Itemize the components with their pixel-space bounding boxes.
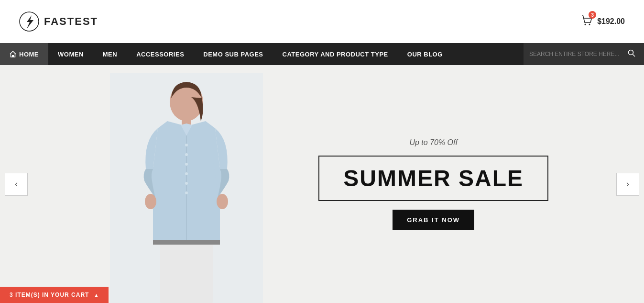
home-icon [10,51,16,57]
nav-item-accessories[interactable]: ACCESSORIES [127,43,194,65]
cart-icon-wrapper: 3 [580,14,593,29]
site-header: FASTEST 3 $192.00 [0,0,644,43]
cart-price: $192.00 [597,17,625,26]
cart-badge: 3 [589,11,596,19]
nav-item-our-blog[interactable]: OUR BLOG [398,43,452,65]
svg-point-18 [217,194,228,209]
nav-label-men: MEN [103,51,117,58]
svg-point-12 [185,153,188,156]
nav-item-men[interactable]: MEN [93,43,127,65]
search-button[interactable] [625,49,638,59]
header-right: 3 $192.00 [580,14,625,29]
logo-area[interactable]: FASTEST [19,11,98,32]
svg-rect-19 [160,241,213,303]
search-input[interactable] [529,51,625,57]
model-illustration [110,73,263,303]
svg-point-2 [589,24,590,25]
nav-item-women[interactable]: WOMEN [48,43,93,65]
nav-label-accessories: ACCESSORIES [136,51,184,58]
arrow-right-icon: › [626,179,629,189]
nav-item-demo-sub-pages[interactable]: DEMO SUB PAGES [194,43,273,65]
hero-title: SUMMER SALE [343,165,524,191]
cart-area[interactable]: 3 $192.00 [580,14,625,29]
hero-section: ‹ [0,65,644,303]
hero-subtitle: Up to 70% Off [409,138,458,147]
nav-item-home[interactable]: HOME [0,43,48,65]
hero-model-area [96,68,277,303]
svg-point-4 [629,50,633,55]
nav-label-women: WOMEN [58,51,84,58]
svg-point-11 [185,144,188,146]
svg-rect-3 [12,55,14,57]
logo-icon [19,11,39,32]
hero-cta-button[interactable]: GRAB IT NOW [393,210,474,230]
nav-item-category-product-type[interactable]: CATEGORY AND PRODUCT TYPE [273,43,398,65]
main-nav: HOME WOMEN MEN ACCESSORIES DEMO SUB PAGE… [0,43,644,65]
nav-label-home: HOME [19,51,39,58]
svg-point-1 [585,24,586,25]
hero-content: Up to 70% Off SUMMER SALE GRAB IT NOW [318,138,548,230]
arrow-left-icon: ‹ [15,179,18,189]
svg-point-15 [185,182,188,185]
slider-arrow-left[interactable]: ‹ [5,173,28,196]
svg-point-13 [185,163,188,166]
svg-line-5 [633,55,635,57]
search-icon [628,49,635,57]
logo-text: FASTEST [44,15,98,28]
search-area [524,43,644,65]
cart-bar-chevron-icon: ▲ [94,292,99,298]
nav-label-category-product-type: CATEGORY AND PRODUCT TYPE [283,51,388,58]
cart-bar[interactable]: 3 ITEM(S) IN YOUR CART ▲ [0,287,109,303]
svg-point-16 [185,191,188,194]
nav-label-demo-sub-pages: DEMO SUB PAGES [203,51,263,58]
svg-rect-20 [153,240,220,245]
nav-label-our-blog: OUR BLOG [407,51,443,58]
svg-point-14 [185,172,188,175]
slider-arrow-right[interactable]: › [616,173,639,196]
cart-bar-label: 3 ITEM(S) IN YOUR CART [10,292,89,298]
hero-title-box: SUMMER SALE [318,156,548,201]
svg-point-17 [145,194,156,209]
nav-items: HOME WOMEN MEN ACCESSORIES DEMO SUB PAGE… [0,43,524,65]
